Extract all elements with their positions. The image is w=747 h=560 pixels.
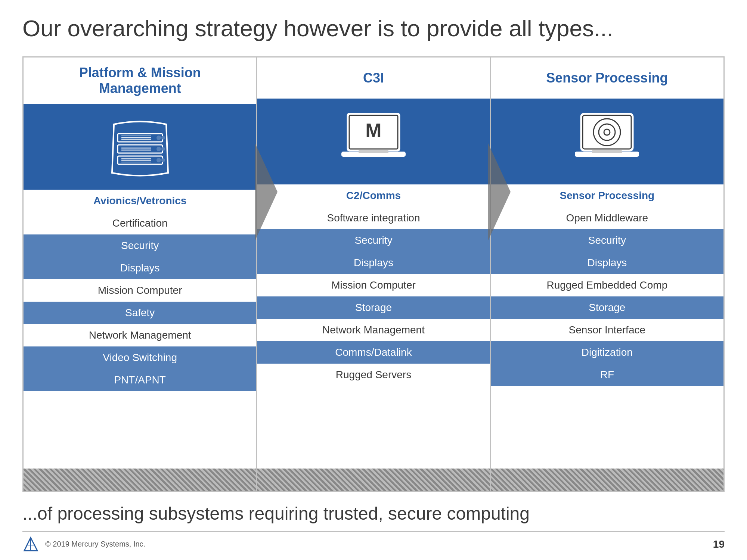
col3-icon [491, 99, 723, 184]
col2-item-7: Comms/Datalink [257, 341, 490, 364]
column-c3i: C3I M C2/Comms Software integration Secu… [257, 57, 490, 491]
col2-item-2: Security [257, 229, 490, 252]
svg-text:M: M [365, 119, 381, 141]
footer-copyright: © 2019 Mercury Systems, Inc. [45, 540, 145, 548]
svg-rect-26 [583, 115, 631, 149]
svg-point-8 [161, 147, 165, 151]
col3-item-0: Sensor Processing [491, 184, 723, 207]
svg-point-7 [156, 147, 161, 151]
col1-item-0: Avionics/Vetronics [24, 190, 256, 212]
col2-item-4: Mission Computer [257, 274, 490, 296]
bottom-subtitle: ...of processing subsystems requiring tr… [22, 492, 725, 528]
col1-icon [24, 104, 256, 190]
page-title: Our overarching strategy however is to p… [22, 15, 725, 41]
col2-item-6: Network Management [257, 319, 490, 341]
col3-item-4: Rugged Embedded Comp [491, 274, 723, 296]
col1-item-8: PNT/APNT [24, 369, 256, 391]
col3-item-6: Sensor Interface [491, 319, 723, 341]
col1-item-1: Certification [24, 212, 256, 234]
col2-bottom-stripe [257, 469, 490, 491]
page-number: 19 [713, 538, 725, 550]
col2-item-5: Storage [257, 296, 490, 319]
col2-item-0: C2/Comms [257, 184, 490, 207]
column-platform: Platform & MissionManagement [24, 57, 257, 491]
col1-bottom-stripe [24, 469, 256, 491]
col3-items: Sensor Processing Open Middleware Securi… [491, 184, 723, 469]
col3-item-7: Digitization [491, 341, 723, 364]
col2-item-1: Software integration [257, 207, 490, 229]
col2-header: C3I [257, 57, 490, 99]
col3-item-2: Security [491, 229, 723, 252]
col1-items: Avionics/Vetronics Certification Securit… [24, 190, 256, 469]
col3-item-1: Open Middleware [491, 207, 723, 229]
svg-point-14 [161, 158, 165, 162]
footer: © 2019 Mercury Systems, Inc. 19 [22, 531, 725, 553]
col2-icon: M [257, 99, 490, 184]
col1-item-2: Security [24, 234, 256, 257]
svg-point-2 [161, 136, 165, 140]
col1-item-3: Displays [24, 257, 256, 279]
sensor-icon [571, 112, 642, 171]
col2-item-3: Displays [257, 252, 490, 274]
server-rack-icon [106, 117, 174, 177]
col1-item-7: Video Switching [24, 346, 256, 369]
main-diagram: Platform & MissionManagement [22, 56, 725, 492]
col3-item-5: Storage [491, 296, 723, 319]
svg-point-1 [156, 136, 161, 140]
col1-header-sub: Management [99, 81, 181, 96]
col1-item-4: Mission Computer [24, 279, 256, 302]
svg-point-13 [156, 158, 161, 162]
col3-bottom-stripe [491, 469, 723, 491]
column-sensor: Sensor Processing Sensor Processin [491, 57, 723, 491]
col3-item-8: RF [491, 364, 723, 386]
company-logo [22, 536, 39, 553]
laptop-icon: M [338, 112, 409, 171]
svg-rect-31 [592, 150, 622, 153]
col3-item-3: Displays [491, 252, 723, 274]
footer-left: © 2019 Mercury Systems, Inc. [22, 536, 145, 553]
svg-rect-24 [359, 150, 388, 153]
col1-item-6: Network Management [24, 324, 256, 346]
col2-item-8: Rugged Servers [257, 364, 490, 386]
page: Our overarching strategy however is to p… [0, 0, 747, 560]
col2-items: C2/Comms Software integration Security D… [257, 184, 490, 469]
col1-item-5: Safety [24, 302, 256, 324]
col1-header: Platform & MissionManagement [24, 57, 256, 104]
col3-header: Sensor Processing [491, 57, 723, 99]
